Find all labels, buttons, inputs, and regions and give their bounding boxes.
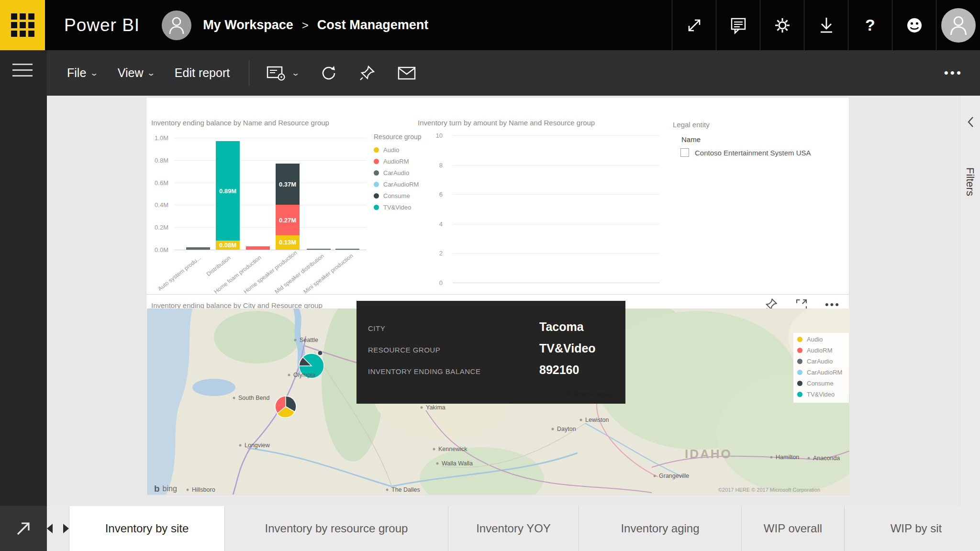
bar-segment-AudioRM[interactable] [246,246,270,250]
breadcrumb: My Workspace > Cost Management [203,0,428,50]
tooltip-label: RESOURCE GROUP [368,346,539,354]
slicer-option[interactable]: Contoso Entertainment System USA [680,148,845,157]
filters-pane-label[interactable]: Filters [964,167,976,196]
bar-segment-Consume[interactable]: 0.37M [276,164,300,205]
slicer-field-label: Name [681,135,845,143]
profile-button[interactable] [936,0,980,50]
y-axis-tick: 1.0M [155,134,168,142]
download-button[interactable] [804,0,848,50]
map-legend-item-CarAudio[interactable]: CarAudio [797,358,849,365]
y-axis-tick: 0.4M [155,201,168,209]
map-legend-item-Consume[interactable]: Consume [797,380,849,387]
diagonal-arrow-icon [13,518,34,539]
map-city-label: South Bend [238,395,269,401]
more-options-button[interactable]: ••• [944,66,963,80]
map-legend-item-Audio[interactable]: Audio [797,336,849,343]
checkbox-unchecked[interactable] [680,148,689,157]
legend-dot-icon [374,205,379,210]
map-city-label: Longview [245,442,270,449]
filters-pane-collapsed: Filters [960,96,980,506]
comments-button[interactable] [716,0,760,50]
map-legend-item-TV&Video[interactable]: TV&Video [797,391,849,398]
gridline [453,165,659,165]
slicer-title: Legal entity [673,121,845,129]
map-visual[interactable]: ••• Inventory ending balance by City and… [146,294,849,496]
map-city-label: The Dalles [391,486,420,493]
bar-segment-TV&Video[interactable]: 0.89M [216,141,240,241]
tab-wip-by-sit[interactable]: WIP by sit [844,506,980,551]
edit-report-button[interactable]: Edit report [175,66,230,80]
legend-dot-icon [797,359,802,364]
tab-wip-overall[interactable]: WIP overall [741,506,844,551]
tab-inventory-aging[interactable]: Inventory aging [579,506,741,551]
left-nav-collapsed [0,50,47,506]
tab-inventory-yoy[interactable]: Inventory YOY [448,506,579,551]
legend-dot-icon [374,159,379,164]
help-button[interactable]: ? [848,0,892,50]
hamburger-menu-icon[interactable] [12,64,47,77]
view-mode-button[interactable]: ⌄ [266,65,299,82]
y-axis-tick: 0.8M [155,157,168,164]
bar-chart-plot[interactable]: Auto system produ...0.08M0.89MDistributi… [174,138,367,250]
download-icon [817,16,835,35]
chevron-left-icon[interactable] [966,116,975,128]
breadcrumb-workspace[interactable]: My Workspace [203,18,293,33]
subscribe-button[interactable] [397,66,417,81]
bar-segment-AudioRM[interactable]: 0.27M [276,205,300,235]
y-axis-tick: 8 [439,162,443,169]
gridline [174,183,367,183]
refresh-button[interactable] [320,65,337,82]
gridline [174,227,367,228]
workspace-avatar-icon[interactable] [162,11,191,40]
breadcrumb-page-title: Cost Management [317,18,429,33]
pin-icon [358,65,376,82]
map-city-label: Dayton [557,426,576,432]
profile-avatar [941,8,976,43]
expand-nav-button[interactable] [0,506,47,551]
bar-segment-CarAudio[interactable] [335,249,359,250]
line-chart-plot[interactable] [453,135,659,283]
map-city-label: Grangeville [659,473,689,479]
tooltip-label: INVENTORY ENDING BALANCE [368,367,539,375]
bar-segment-CarAudio[interactable] [307,249,331,250]
legend-dot-icon [797,370,802,375]
tab-inventory-by-resource-group[interactable]: Inventory by resource group [224,506,448,551]
gridline [453,194,659,195]
app-launcher-waffle-icon[interactable] [0,0,45,50]
gridline [174,138,367,138]
pin-button[interactable] [358,65,376,82]
bar-data-label: 0.08M [219,242,236,249]
slicer-option-label: Contoso Entertainment System USA [695,149,811,157]
gridline [453,283,659,283]
view-menu[interactable]: View⌄ [118,66,155,80]
bing-logo: b bing [154,484,177,494]
settings-button[interactable] [760,0,804,50]
map-legend-item-CarAudioRM[interactable]: CarAudioRM [797,369,849,376]
y-axis-tick: 0.6M [155,179,168,187]
map-city-label: Anaconda [813,455,840,462]
bar-segment-CarAudio[interactable] [186,247,210,250]
scroll-tabs-right-icon[interactable] [63,524,69,533]
scroll-tabs-left-icon[interactable] [47,524,53,533]
file-menu[interactable]: File⌄ [67,66,98,80]
bar-segment-Audio[interactable]: 0.13M [276,235,300,250]
map-region-label: IDAHO [685,447,732,461]
powerbi-logo: Power BI [45,0,162,50]
person-icon [949,15,968,35]
bar-chart-y-axis: 1.0M0.8M0.6M0.4M0.2M0.0M [146,138,171,253]
fullscreen-expand-button[interactable] [672,0,716,50]
feedback-button[interactable] [892,0,936,50]
waffle-grid-icon [11,13,34,37]
legend-label: Consume [383,192,410,199]
map-legend-item-AudioRM[interactable]: AudioRM [797,347,849,354]
tab-inventory-by-site[interactable]: Inventory by site [69,506,224,551]
legend-dot-icon [797,392,802,397]
legend-label: AudioRM [807,347,832,354]
legal-entity-slicer: Legal entity Name Contoso Entertainment … [673,121,845,157]
powerbi-app: Power BI My Workspace > Cost Management [0,0,980,551]
toolbar-divider [249,61,249,86]
legend-dot-icon [374,193,379,198]
y-axis-tick: 6 [439,191,443,198]
map-city-label: Olympia [293,372,315,378]
bar-segment-Audio[interactable]: 0.08M [216,241,240,250]
